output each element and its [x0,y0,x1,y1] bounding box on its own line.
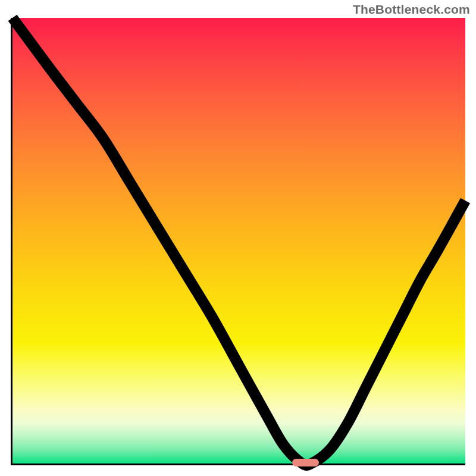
bottleneck-curve [12,18,465,464]
plot-area [11,18,465,465]
chart-frame: TheBottleneck.com [0,0,476,476]
attribution-text: TheBottleneck.com [353,2,470,17]
curve-path [12,18,465,465]
optimal-minimum-marker [292,459,320,466]
